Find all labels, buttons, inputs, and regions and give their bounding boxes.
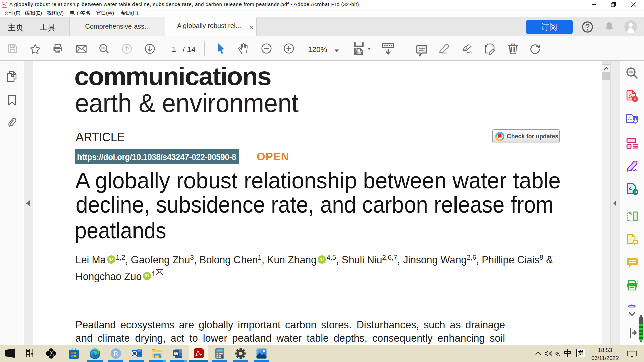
svg-text:W: W [174,351,179,356]
